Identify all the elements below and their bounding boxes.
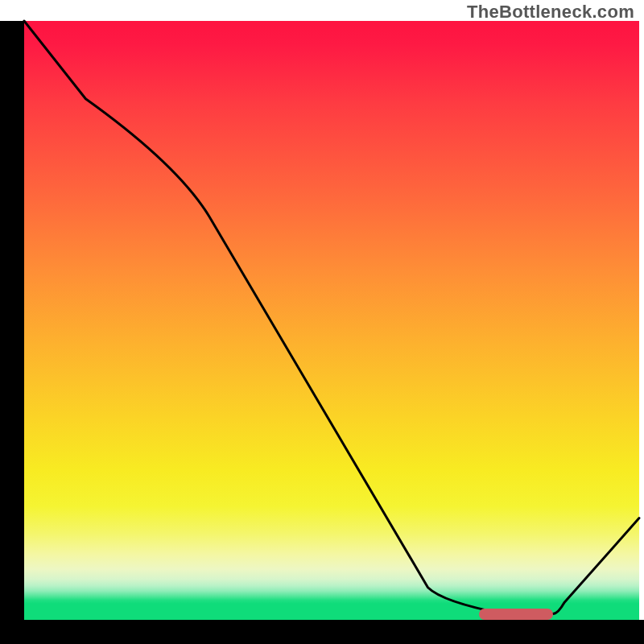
chart-root: TheBottleneck.com [0, 0, 644, 644]
y-axis-bar [0, 21, 24, 644]
bottleneck-curve [24, 21, 639, 620]
attribution-text: TheBottleneck.com [467, 2, 634, 23]
optimum-marker [479, 609, 553, 620]
curve-path [24, 21, 639, 614]
x-axis-bar [0, 620, 644, 644]
